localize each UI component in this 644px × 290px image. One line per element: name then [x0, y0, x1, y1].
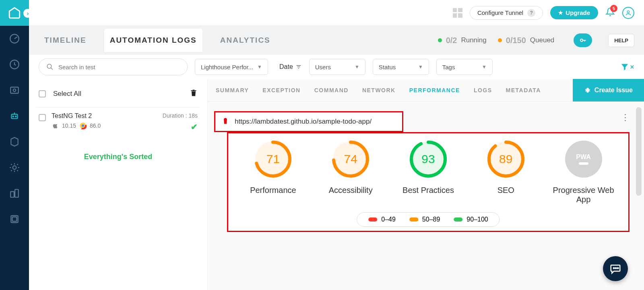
- chevron-down-icon: ▼: [257, 64, 262, 70]
- search-icon: [46, 63, 54, 70]
- score-seo: 89 SEO: [470, 140, 542, 195]
- tab-timeline[interactable]: TIMELINE: [39, 29, 92, 52]
- filter-bar: Lighthouse Perfor...▼ Date Users▼ Status…: [29, 55, 644, 79]
- upgrade-button[interactable]: Upgrade: [550, 6, 598, 19]
- brand-logo[interactable]: ›: [0, 0, 29, 26]
- lighthouse-icon: [222, 116, 229, 127]
- close-icon: ✕: [630, 64, 634, 70]
- lighthouse-scores: 71 Performance 74 Accessibility: [236, 140, 620, 204]
- browser-version: 86.0: [90, 122, 101, 129]
- queued-label: Queued: [530, 36, 555, 44]
- test-name: TestNG Test 2: [52, 112, 157, 120]
- notifications-button[interactable]: 5: [605, 7, 615, 19]
- gauge-pwa: PWA: [564, 140, 603, 178]
- nav-more[interactable]: [0, 206, 29, 232]
- nav-automation[interactable]: [0, 103, 29, 129]
- score-best-practices: 93 Best Practices: [392, 140, 464, 195]
- svg-point-28: [617, 268, 619, 269]
- detail-tab-logs[interactable]: LOGS: [474, 87, 492, 93]
- chat-button[interactable]: [603, 256, 628, 281]
- funnel-icon: [620, 62, 629, 71]
- detail-tab-metadata[interactable]: METADATA: [506, 87, 541, 93]
- top-header: Configure Tunnel ? Upgrade 5: [29, 0, 644, 26]
- svg-point-5: [15, 116, 16, 117]
- svg-point-13: [47, 64, 52, 68]
- select-all-checkbox[interactable]: [39, 90, 46, 97]
- detail-tab-network[interactable]: NETWORK: [362, 87, 396, 93]
- create-issue-button[interactable]: Create Issue: [573, 79, 644, 102]
- configure-tunnel-label: Configure Tunnel: [477, 9, 523, 16]
- more-options-button[interactable]: ⋯: [620, 113, 631, 123]
- svg-point-27: [615, 268, 617, 269]
- svg-rect-7: [10, 192, 14, 197]
- svg-point-6: [13, 166, 17, 170]
- tags-dropdown[interactable]: Tags▼: [436, 59, 493, 75]
- nav-integrations[interactable]: [0, 180, 29, 206]
- tab-analytics[interactable]: ANALYTICS: [215, 29, 276, 52]
- svg-point-2: [13, 89, 16, 92]
- svg-point-16: [82, 124, 84, 127]
- status-pills: 0/2 Running 0/150 Queued HELP: [438, 33, 634, 47]
- users-dropdown[interactable]: Users▼: [309, 59, 365, 75]
- upgrade-label: Upgrade: [566, 9, 590, 16]
- test-item-checkbox[interactable]: [39, 114, 46, 121]
- delete-button[interactable]: [190, 89, 198, 99]
- score-accessibility: 74 Accessibility: [314, 140, 387, 195]
- sorted-message: Everything's Sorted: [36, 153, 200, 161]
- clear-filters-button[interactable]: ✕: [620, 62, 634, 71]
- score-performance: 71 Performance: [237, 140, 309, 195]
- detail-tab-exception[interactable]: EXCEPTION: [262, 87, 300, 93]
- bug-icon: [584, 87, 591, 94]
- notification-count: 5: [610, 5, 617, 12]
- svg-rect-8: [15, 189, 19, 197]
- nav-history[interactable]: [0, 52, 29, 77]
- status-dropdown[interactable]: Status▼: [373, 59, 429, 75]
- help-button[interactable]: HELP: [608, 34, 634, 47]
- svg-rect-1: [10, 87, 19, 93]
- legend-high: 90–100: [454, 216, 488, 223]
- access-key-button[interactable]: [574, 33, 592, 47]
- svg-rect-10: [12, 217, 17, 222]
- detail-tab-performance[interactable]: PERFORMANCE: [409, 87, 460, 93]
- chevron-down-icon: ▼: [418, 64, 423, 70]
- test-item[interactable]: TestNG Test 2 10.15 86.0 Duration : 18s …: [36, 107, 200, 137]
- svg-point-12: [580, 39, 583, 41]
- detail-tab-summary[interactable]: SUMMARY: [216, 87, 249, 93]
- search-input-wrapper[interactable]: [39, 58, 188, 75]
- lighthouse-url: https://lambdatest.github.io/sample-todo…: [235, 118, 372, 126]
- pwa-icon: PWA: [564, 140, 603, 178]
- gauge-accessibility: 74: [331, 140, 370, 178]
- gauge-best-practices: 93: [409, 140, 448, 178]
- project-dropdown[interactable]: Lighthouse Perfor...▼: [195, 59, 268, 75]
- search-input[interactable]: [58, 64, 180, 70]
- user-avatar[interactable]: [622, 7, 634, 19]
- tab-automation-logs[interactable]: AUTOMATION LOGS: [104, 29, 202, 52]
- apps-grid-icon[interactable]: [453, 8, 462, 18]
- lighthouse-scores-highlight: 71 Performance 74 Accessibility: [227, 132, 630, 232]
- test-meta: 10.15 86.0: [52, 122, 157, 129]
- running-status: 0/2 Running: [438, 36, 487, 45]
- left-sidebar: ›: [0, 0, 29, 290]
- main-area: TIMELINE AUTOMATION LOGS ANALYTICS 0/2 R…: [29, 26, 644, 290]
- running-count: 0/2: [446, 36, 457, 45]
- queued-dot-icon: [498, 38, 502, 42]
- running-dot-icon: [438, 38, 442, 42]
- select-all-label: Select All: [53, 90, 81, 98]
- nav-builds[interactable]: [0, 129, 29, 155]
- gauge-seo: 89: [487, 140, 525, 178]
- apple-icon: [52, 122, 59, 129]
- chevron-down-icon: ▼: [355, 64, 359, 70]
- nav-issues[interactable]: [0, 155, 29, 180]
- date-filter[interactable]: Date: [279, 63, 302, 70]
- scrollbar[interactable]: [636, 107, 642, 196]
- nav-dashboard[interactable]: [0, 26, 29, 52]
- queued-count: 0/150: [506, 36, 526, 45]
- help-icon: ?: [527, 9, 535, 17]
- nav-realtime[interactable]: [0, 77, 29, 103]
- configure-tunnel-button[interactable]: Configure Tunnel ?: [470, 6, 543, 20]
- test-list-panel: Select All TestNG Test 2 10.15 86.0: [29, 79, 208, 290]
- detail-tab-command[interactable]: COMMAND: [314, 87, 349, 93]
- score-legend: 0–49 50–89 90–100: [357, 212, 500, 227]
- legend-low: 0–49: [368, 216, 396, 223]
- check-icon: ✔: [191, 122, 198, 132]
